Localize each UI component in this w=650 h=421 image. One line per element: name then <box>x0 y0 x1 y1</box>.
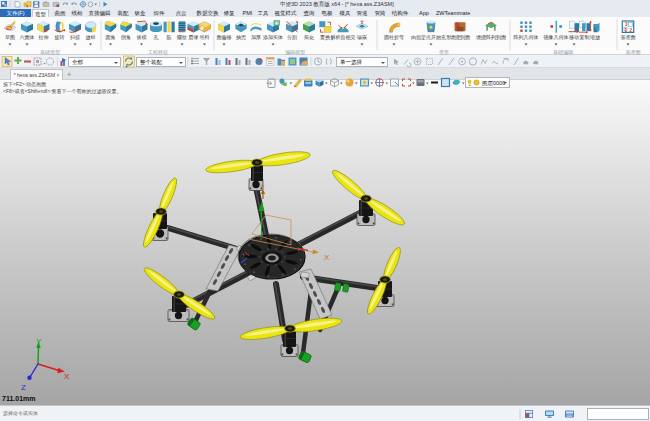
svg-text:缩放: 缩放 <box>590 34 600 41</box>
svg-text:置换: 置换 <box>320 34 331 41</box>
svg-text:倒角: 倒角 <box>120 34 131 41</box>
svg-text:X: X <box>324 253 330 262</box>
svg-text:圆角: 圆角 <box>106 34 116 41</box>
svg-text:添加实体: 添加实体 <box>263 34 283 41</box>
svg-text:坯料: 坯料 <box>200 34 210 40</box>
svg-text:放样: 放样 <box>86 34 96 41</box>
svg-text:拉伸: 拉伸 <box>39 34 49 40</box>
svg-text:简化: 简化 <box>304 34 314 41</box>
svg-text:镶嵌: 镶嵌 <box>356 34 367 40</box>
svg-text:阵列几何体: 阵列几何体 <box>514 34 539 41</box>
svg-text:螺纹: 螺纹 <box>177 34 187 40</box>
svg-text:Y: Y <box>36 337 42 346</box>
svg-text:孔: 孔 <box>154 34 159 41</box>
svg-text:抽壳: 抽壳 <box>236 34 246 41</box>
svg-text:唇缘: 唇缘 <box>189 34 199 40</box>
svg-text:基准面: 基准面 <box>621 34 636 41</box>
svg-text:圆柱折弯: 圆柱折弯 <box>384 34 404 41</box>
svg-text:由指定点开始充形: 由指定点开始充形 <box>411 34 451 41</box>
svg-text:缠绕到面: 缠绕到面 <box>450 34 470 41</box>
svg-text:移动: 移动 <box>569 34 579 41</box>
svg-text:Z: Z <box>21 383 26 392</box>
svg-text:缠绕阵列到面: 缠绕阵列到面 <box>476 34 506 41</box>
svg-text:基础编辑: 基础编辑 <box>553 49 573 55</box>
svg-text:筋: 筋 <box>167 34 172 41</box>
svg-text:旋转: 旋转 <box>54 34 65 41</box>
svg-text:面偏移: 面偏移 <box>217 34 232 41</box>
svg-text:解析自相交: 解析自相交 <box>331 34 356 41</box>
svg-text:拔模: 拔模 <box>137 34 147 40</box>
svg-text:镜像几何体: 镜像几何体 <box>544 34 569 41</box>
svg-text:加厚: 加厚 <box>251 34 261 40</box>
svg-text:复制: 复制 <box>580 34 590 41</box>
svg-text:六面体: 六面体 <box>20 34 35 41</box>
svg-text:X: X <box>64 372 70 381</box>
svg-text:草图: 草图 <box>5 34 15 41</box>
svg-text:分割: 分割 <box>287 34 297 40</box>
svg-text:Y: Y <box>260 184 265 191</box>
svg-text:扫掠: 扫掠 <box>69 34 80 41</box>
